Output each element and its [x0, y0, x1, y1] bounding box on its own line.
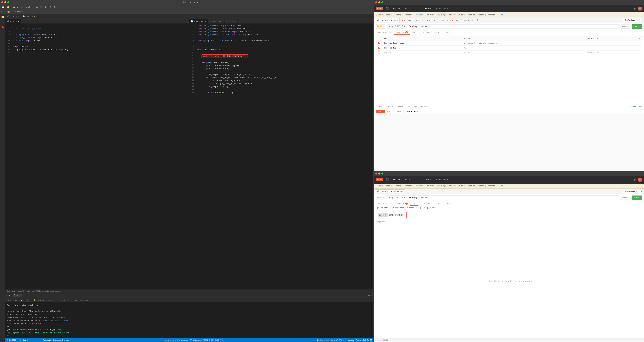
term-minimize-btn[interactable]: –: [371, 294, 372, 297]
right-code-editor[interactable]: 12345678 91011121314 151617181920 212223…: [189, 23, 373, 289]
pm2-config-auth[interactable]: Authorization: [376, 201, 394, 206]
header-new-value[interactable]: Value: [462, 50, 585, 55]
tab-python-console[interactable]: 🐍 Python Console: [32, 299, 54, 302]
pm1-learn-link[interactable]: Lea...: [500, 14, 506, 16]
tab-terminal[interactable]: 📟 Terminal: [55, 299, 69, 302]
run-btn[interactable]: ▶: [36, 5, 39, 9]
pm1-format-select[interactable]: JSON ▼: [403, 110, 416, 113]
status-python-console[interactable]: Python Console: [28, 339, 42, 341]
sidebar-structure-icon[interactable]: ☰: [1, 20, 4, 24]
pm1-avatar[interactable]: U: [638, 6, 642, 10]
pm1-add-tab[interactable]: +: [476, 18, 480, 22]
stop-btn[interactable]: ⬛: [39, 5, 43, 9]
run-name[interactable]: 🔧 drf: [13, 294, 22, 297]
settings-btn[interactable]: ⚙: [49, 5, 52, 9]
pm2-runner-btn[interactable]: Runner: [392, 178, 401, 181]
pm2-maximize[interactable]: [381, 172, 383, 174]
tab1-close[interactable]: ✕: [397, 19, 398, 21]
header-new-checkbox[interactable]: [378, 51, 380, 54]
pm2-avatar[interactable]: U: [638, 178, 642, 182]
minimize-button[interactable]: [4, 1, 6, 3]
pm1-new-btn[interactable]: NEW: [376, 7, 383, 10]
maximize-button[interactable]: [8, 1, 10, 3]
header2-desc[interactable]: [585, 46, 636, 50]
pm2-url-input[interactable]: [387, 195, 619, 200]
pm1-resp-body-tab[interactable]: Body: [376, 105, 384, 109]
tab3-close[interactable]: ✕: [447, 19, 448, 21]
radio-raw-input[interactable]: [419, 207, 421, 209]
pm1-config-body[interactable]: Body: [410, 30, 418, 34]
pm2-learn-link[interactable]: Lea...: [500, 185, 506, 187]
pm2-method-select[interactable]: POST ▼: [376, 196, 385, 200]
pm1-settings-icon[interactable]: ⚙: [632, 6, 637, 11]
term-settings-btn[interactable]: ⚙: [368, 294, 370, 297]
path-app01[interactable]: app01: [7, 11, 12, 13]
header2-key[interactable]: Content-Type: [382, 46, 462, 50]
header-new-desc[interactable]: Description: [585, 50, 636, 55]
pm2-config-pre[interactable]: Pre-request Script: [418, 201, 442, 206]
pm2-new-btn[interactable]: NEW: [376, 178, 383, 181]
radio-urlencoded[interactable]: x-www-form-urlencoded: [390, 207, 416, 209]
pm2-builder-btn[interactable]: Builder: [424, 178, 432, 181]
pm2-tab1-close[interactable]: ✕: [402, 190, 403, 192]
pm1-maximize[interactable]: [381, 1, 383, 3]
pm1-config-headers[interactable]: Headers 2: [394, 30, 410, 34]
event-log[interactable]: 🔔 Event Log: [317, 339, 329, 341]
pm2-tab1[interactable]: http://127.0.0.1:8000 ✕: [375, 189, 405, 193]
pm2-minimize[interactable]: [378, 172, 380, 174]
pm1-download-link[interactable]: Download: [416, 14, 424, 16]
toolbar-save[interactable]: 💾: [1, 5, 5, 9]
radio-urlencoded-input[interactable]: [390, 207, 392, 209]
pm2-config-tests[interactable]: Tests: [442, 201, 452, 206]
header1-desc[interactable]: [585, 41, 636, 46]
pm1-tab4[interactable]: http://127.0.0.1 ✕: [450, 18, 475, 22]
toolbar-forward[interactable]: ▶: [16, 5, 19, 9]
pm2-layout-icon[interactable]: ⬛: [385, 177, 390, 182]
pm2-add-tab[interactable]: +: [406, 189, 410, 193]
right-tab-parsers-py[interactable]: parsers.py ✕: [208, 19, 224, 23]
right-tab-close[interactable]: ✕: [205, 20, 206, 22]
radio-binary[interactable]: binary: [427, 207, 436, 209]
pm2-layout2-icon[interactable]: ⬚: [414, 177, 418, 182]
pm1-minimize[interactable]: [378, 1, 380, 3]
header1-key[interactable]: Content-Disposition: [382, 41, 462, 46]
terminal-content[interactable]: Performing system checks... System check…: [5, 303, 374, 338]
header1-checkbox[interactable]: [378, 42, 380, 44]
tab-close[interactable]: ✕: [18, 15, 19, 17]
pm2-params-btn[interactable]: Params: [620, 196, 630, 200]
right-tab-views-py[interactable]: 📄 views.py ● ✕: [189, 19, 208, 23]
toolbar-open[interactable]: 📁: [6, 5, 10, 9]
pm1-wrap-btn[interactable]: ⇄: [417, 110, 418, 113]
tab-close2[interactable]: ✕: [36, 15, 37, 17]
pm1-resp-test-tab[interactable]: Test Results: [412, 105, 430, 109]
radio-form-data[interactable]: form-data: [376, 207, 388, 209]
pm2-import-btn[interactable]: Import: [403, 178, 412, 181]
status-terminal[interactable]: Terminal: [43, 339, 51, 341]
pm1-resp-cookies-tab[interactable]: Cookies: [384, 105, 396, 109]
search-btn[interactable]: 🔍: [53, 5, 57, 9]
radio-form-data-input[interactable]: [376, 207, 378, 209]
left-tab-close[interactable]: ✕: [18, 20, 19, 22]
tab-conf-py[interactable]: 📄 conf.py ● ✕: [21, 14, 39, 19]
right-tab3-close[interactable]: ✕: [234, 20, 236, 23]
pm1-url-input[interactable]: [387, 24, 619, 29]
pm1-preview-tab[interactable]: Preview: [392, 110, 403, 113]
debug-btn[interactable]: 🐛: [44, 5, 48, 9]
pm1-more-tabs[interactable]: ⋯: [480, 18, 483, 22]
path-file[interactable]: views.py: [15, 11, 24, 13]
pm1-tab2[interactable]: http://127.0.0.1 ✕: [400, 18, 425, 22]
header-new-key[interactable]: New key: [382, 50, 462, 55]
pm1-layout2-icon[interactable]: ⬚: [414, 6, 418, 11]
pm2-config-body[interactable]: Body: [410, 201, 418, 206]
pm1-config-auth[interactable]: Authorization: [376, 30, 394, 34]
radio-binary-input[interactable]: [427, 207, 429, 209]
pm1-close[interactable]: [375, 1, 377, 3]
status-run[interactable]: ▶ 4: Run: [18, 339, 26, 341]
pm1-tab3[interactable]: http://127.0.0.1 ✕: [425, 18, 450, 22]
status-todo[interactable]: ⑤ 6: TODO: [6, 339, 16, 341]
pm1-runner-btn[interactable]: Runner: [392, 7, 401, 10]
pm1-pretty-tab[interactable]: Pretty: [376, 110, 385, 113]
pm2-config-headers[interactable]: Headers 1: [394, 201, 410, 206]
radio-raw[interactable]: raw: [419, 207, 425, 209]
header1-value[interactable]: attachment; filename=upload.jpg: [462, 41, 585, 46]
